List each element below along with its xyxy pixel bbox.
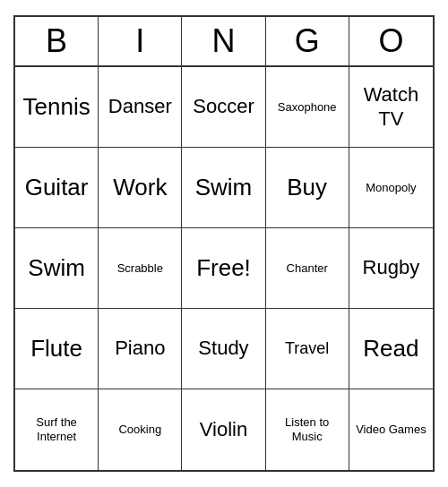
bingo-cell-23: Listen to Music [266, 389, 349, 470]
header-letter-i: I [99, 17, 182, 65]
bingo-cell-24: Video Games [349, 389, 433, 470]
cell-text-6: Work [113, 174, 167, 201]
cell-text-15: Flute [30, 335, 82, 363]
bingo-cell-8: Buy [266, 148, 349, 228]
cell-text-12: Free! [196, 254, 251, 282]
bingo-cell-6: Work [99, 148, 182, 228]
cell-text-10: Swim [28, 254, 85, 282]
bingo-grid: TennisDanserSoccerSaxophoneWatch TVGuita… [15, 67, 433, 470]
cell-text-24: Video Games [356, 423, 426, 437]
bingo-cell-13: Chanter [266, 228, 349, 309]
cell-text-8: Buy [287, 174, 327, 201]
cell-text-3: Saxophone [278, 100, 337, 115]
bingo-cell-5: Guitar [15, 148, 99, 228]
cell-text-20: Surf the Internet [19, 415, 94, 443]
bingo-cell-12: Free! [182, 228, 265, 309]
bingo-cell-15: Flute [15, 309, 99, 389]
cell-text-2: Soccer [193, 95, 254, 118]
cell-text-23: Listen to Music [270, 415, 345, 443]
bingo-card: BINGO TennisDanserSoccerSaxophoneWatch T… [13, 15, 435, 472]
cell-text-11: Scrabble [117, 261, 163, 276]
bingo-cell-21: Cooking [99, 389, 182, 470]
bingo-cell-3: Saxophone [266, 67, 349, 148]
cell-text-17: Study [198, 337, 248, 360]
bingo-cell-1: Danser [99, 67, 182, 148]
bingo-cell-16: Piano [99, 309, 182, 389]
bingo-cell-2: Soccer [182, 67, 265, 148]
bingo-cell-11: Scrabble [99, 228, 182, 309]
bingo-cell-22: Violin [182, 389, 265, 470]
bingo-cell-14: Rugby [349, 228, 433, 309]
bingo-cell-10: Swim [15, 228, 99, 309]
cell-text-19: Read [363, 335, 418, 363]
cell-text-21: Cooking [118, 423, 161, 437]
cell-text-13: Chanter [287, 261, 328, 276]
bingo-cell-17: Study [182, 309, 265, 389]
bingo-cell-18: Travel [266, 309, 349, 389]
header-letter-n: N [182, 17, 265, 65]
cell-text-1: Danser [108, 95, 172, 118]
header-letter-o: O [349, 17, 433, 65]
bingo-cell-20: Surf the Internet [15, 389, 99, 470]
cell-text-7: Swim [195, 174, 253, 201]
cell-text-14: Rugby [363, 256, 420, 279]
cell-text-18: Travel [285, 339, 329, 359]
cell-text-16: Piano [115, 337, 165, 360]
bingo-cell-4: Watch TV [349, 67, 433, 148]
cell-text-5: Guitar [25, 174, 89, 201]
bingo-cell-7: Swim [182, 148, 265, 228]
cell-text-22: Violin [200, 418, 247, 441]
bingo-cell-0: Tennis [15, 67, 99, 148]
cell-text-0: Tennis [23, 93, 90, 121]
header-letter-b: B [15, 17, 99, 65]
cell-text-4: Watch TV [353, 83, 429, 131]
bingo-cell-9: Monopoly [349, 148, 433, 228]
header-letter-g: G [266, 17, 349, 65]
cell-text-9: Monopoly [366, 181, 416, 195]
bingo-cell-19: Read [349, 309, 433, 389]
bingo-header: BINGO [15, 17, 433, 67]
